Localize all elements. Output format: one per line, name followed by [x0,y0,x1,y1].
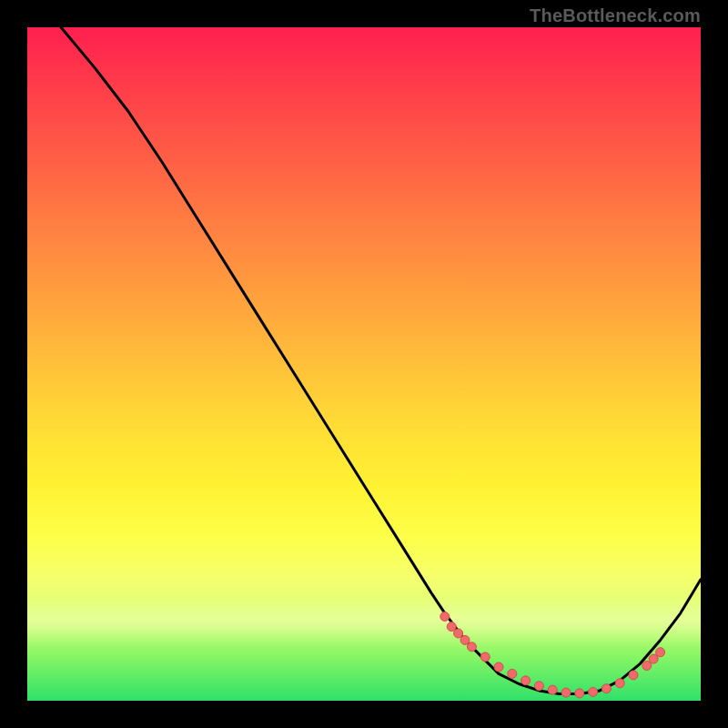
data-marker [494,662,503,672]
data-marker [548,685,557,694]
data-marker [480,652,490,662]
data-marker [561,688,571,697]
data-marker [440,612,450,622]
data-marker [454,629,463,638]
curve-layer [61,27,701,694]
data-marker [649,654,658,663]
data-marker [447,622,456,632]
bottleneck-curve [61,27,701,694]
data-marker [602,684,611,693]
data-marker [589,687,598,696]
chart-svg [27,27,701,701]
data-marker [521,676,531,685]
chart-stage: TheBottleneck.com [0,0,728,728]
data-marker [629,671,638,680]
plot-area [27,27,701,701]
data-marker [508,669,517,678]
marker-layer [440,612,665,698]
data-marker [615,679,624,688]
data-marker [656,648,665,657]
data-marker [575,689,584,698]
data-marker [460,635,470,644]
data-marker [534,682,543,691]
data-marker [467,642,476,652]
data-marker [642,662,652,671]
watermark-text: TheBottleneck.com [530,5,701,26]
